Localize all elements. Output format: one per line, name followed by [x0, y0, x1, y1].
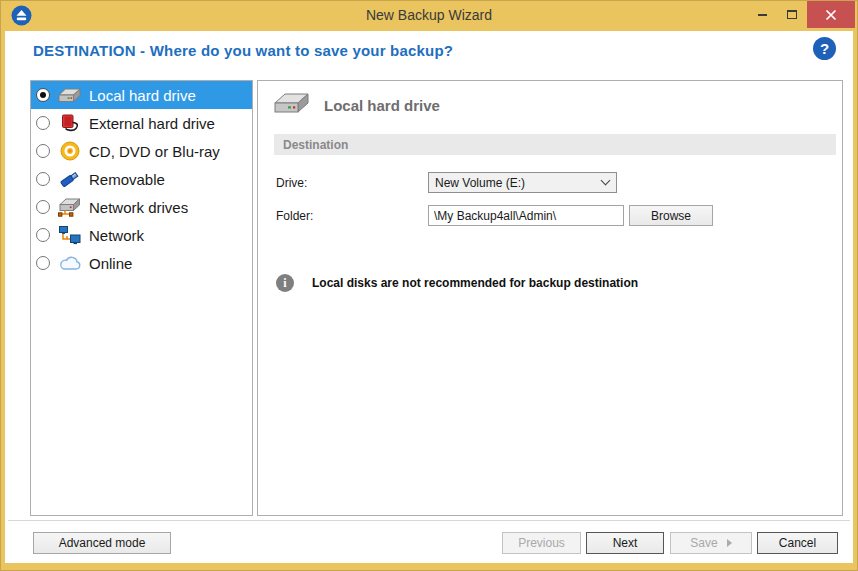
sidebar-item-removable[interactable]: Removable — [31, 165, 252, 193]
save-menu-arrow-icon — [727, 539, 732, 547]
folder-label: Folder: — [276, 209, 313, 223]
advanced-mode-button[interactable]: Advanced mode — [33, 532, 171, 554]
destination-panel: Local hard drive Destination Drive: New … — [257, 80, 843, 516]
drive-select-value: New Volume (E:) — [435, 176, 525, 190]
window-controls — [747, 1, 855, 29]
minimize-icon — [758, 14, 767, 16]
save-label: Save — [690, 536, 717, 550]
radio-network-drives[interactable] — [36, 200, 50, 214]
sidebar-item-online[interactable]: Online — [31, 249, 252, 277]
sidebar-item-label: Online — [89, 255, 132, 272]
radio-removable[interactable] — [36, 172, 50, 186]
maximize-icon — [787, 10, 797, 19]
sidebar-item-network-drives[interactable]: Network drives — [31, 193, 252, 221]
help-button[interactable]: ? — [813, 37, 836, 60]
radio-cd-dvd-bluray[interactable] — [36, 144, 50, 158]
save-button[interactable]: Save — [670, 532, 752, 554]
sidebar-item-local-hard-drive[interactable]: Local hard drive — [31, 81, 252, 109]
sidebar-item-label: External hard drive — [89, 115, 215, 132]
previous-label: Previous — [518, 536, 565, 550]
browse-button-label: Browse — [651, 209, 691, 223]
destination-list: Local hard drive External hard drive — [30, 80, 253, 516]
help-icon: ? — [820, 40, 829, 57]
window-title: New Backup Wizard — [0, 7, 858, 23]
network-drive-icon — [57, 197, 82, 217]
sidebar-item-label: Local hard drive — [89, 87, 196, 104]
next-button[interactable]: Next — [586, 532, 664, 554]
destination-section-label: Destination — [283, 138, 348, 152]
sidebar-item-external-hard-drive[interactable]: External hard drive — [31, 109, 252, 137]
cancel-label: Cancel — [779, 536, 816, 550]
advanced-mode-label: Advanced mode — [59, 536, 146, 550]
local-hard-drive-icon-large — [273, 90, 311, 120]
browse-button[interactable]: Browse — [629, 205, 713, 226]
close-button[interactable] — [807, 1, 855, 28]
external-hard-drive-icon — [57, 113, 82, 133]
sidebar-item-label: Network drives — [89, 199, 188, 216]
previous-button[interactable]: Previous — [502, 532, 581, 554]
cloud-icon — [57, 253, 82, 273]
sidebar-item-network[interactable]: Network — [31, 221, 252, 249]
panel-header: Local hard drive — [273, 90, 440, 120]
maximize-button[interactable] — [777, 1, 807, 28]
new-backup-wizard-window: New Backup Wizard DESTINATION - Where do… — [0, 0, 858, 571]
local-hard-drive-icon — [57, 85, 82, 105]
sidebar-item-label: CD, DVD or Blu-ray — [89, 143, 220, 160]
optical-disc-icon — [57, 141, 82, 161]
cancel-button[interactable]: Cancel — [757, 532, 838, 554]
network-icon — [57, 225, 82, 245]
info-message: Local disks are not recommended for back… — [312, 276, 638, 290]
minimize-button[interactable] — [747, 1, 777, 28]
next-label: Next — [613, 536, 638, 550]
footer-separator — [8, 520, 850, 521]
page-title: DESTINATION - Where do you want to save … — [33, 42, 453, 59]
drive-label: Drive: — [276, 176, 307, 190]
drive-select[interactable]: New Volume (E:) — [428, 172, 617, 193]
radio-network[interactable] — [36, 228, 50, 242]
sidebar-item-label: Network — [89, 227, 144, 244]
radio-local-hard-drive[interactable] — [36, 88, 50, 102]
usb-stick-icon — [57, 169, 82, 189]
sidebar-item-cd-dvd-bluray[interactable]: CD, DVD or Blu-ray — [31, 137, 252, 165]
close-icon — [825, 9, 837, 21]
panel-title: Local hard drive — [324, 97, 440, 114]
destination-section-bar: Destination — [274, 134, 836, 155]
radio-external-hard-drive[interactable] — [36, 116, 50, 130]
radio-online[interactable] — [36, 256, 50, 270]
folder-input[interactable] — [428, 205, 624, 226]
sidebar-item-label: Removable — [89, 171, 165, 188]
titlebar: New Backup Wizard — [0, 0, 858, 31]
dialog-content: DESTINATION - Where do you want to save … — [5, 31, 853, 563]
info-row: i Local disks are not recommended for ba… — [276, 274, 638, 292]
info-icon: i — [276, 274, 294, 292]
chevron-down-icon — [601, 176, 611, 186]
